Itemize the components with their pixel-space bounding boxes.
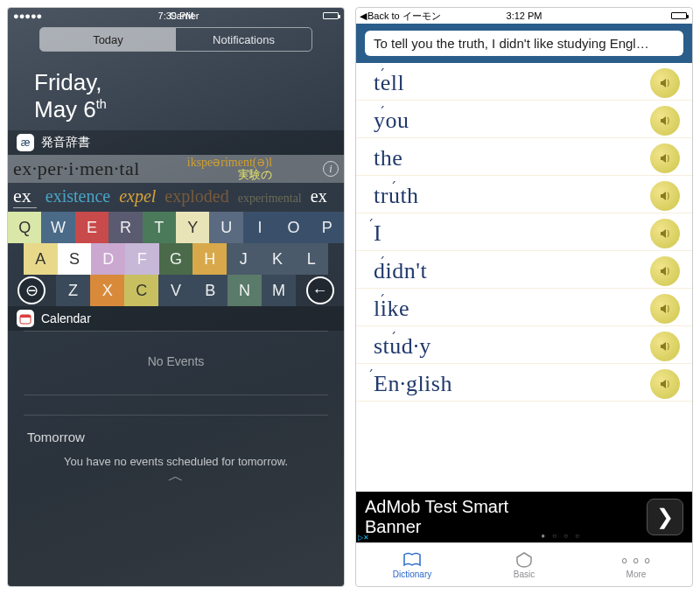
adchoices-icon[interactable]: ▷✕ bbox=[358, 534, 369, 542]
battery-indicator bbox=[323, 12, 339, 19]
calendar-widget-body: No Events Tomorrow You have no events sc… bbox=[8, 331, 344, 586]
key-T[interactable]: T bbox=[143, 212, 176, 243]
tab-basic[interactable]: Basic bbox=[468, 543, 580, 586]
tab-label: Basic bbox=[514, 570, 535, 579]
ad-next-icon[interactable]: ❯ bbox=[647, 499, 683, 535]
dict-widget-header[interactable]: æ 発音辞書 bbox=[8, 130, 344, 155]
word-row[interactable]: Í bbox=[356, 213, 692, 251]
key-V[interactable]: V bbox=[158, 275, 192, 306]
calendar-widget-header[interactable]: Calendar bbox=[8, 306, 344, 331]
dictionary-icon bbox=[401, 551, 424, 569]
suggestion[interactable]: experimental bbox=[238, 192, 302, 206]
key-A[interactable]: A bbox=[24, 243, 58, 275]
key-P[interactable]: P bbox=[311, 212, 344, 243]
word-text: yoú bbox=[374, 108, 410, 134]
key-F[interactable]: F bbox=[125, 243, 159, 275]
speaker-icon[interactable] bbox=[650, 106, 680, 136]
speaker-icon[interactable] bbox=[650, 256, 680, 286]
tab-notifications[interactable]: Notifications bbox=[176, 28, 312, 51]
status-bar: ◀Back to イーモン 3:12 PM bbox=[356, 8, 692, 24]
key-←[interactable]: ← bbox=[296, 275, 344, 306]
ad-banner[interactable]: AdMob Test Smart Banner ❯ ● ○ ○ ○ ▷✕ bbox=[356, 492, 692, 542]
tab-bar[interactable]: DictionaryBasic∘∘∘More bbox=[356, 542, 692, 586]
key-J[interactable]: J bbox=[227, 243, 261, 275]
tab-label: Dictionary bbox=[393, 570, 431, 579]
calendar-app-icon bbox=[17, 310, 34, 327]
speaker-icon[interactable] bbox=[650, 219, 680, 248]
word-text: Í bbox=[374, 220, 382, 247]
word-text: didn't́ bbox=[374, 258, 427, 284]
speaker-icon[interactable] bbox=[650, 68, 680, 98]
word-row[interactable]: the bbox=[356, 138, 692, 176]
key-S[interactable]: S bbox=[58, 243, 92, 275]
sentence-input[interactable]: To tell you the truth, I didn't like stu… bbox=[365, 31, 683, 56]
key-I[interactable]: I bbox=[243, 212, 276, 243]
suggestion-row: ex existenceexpelexplodedexperimentalex bbox=[8, 183, 344, 212]
key-Y[interactable]: Y bbox=[176, 212, 209, 243]
info-icon[interactable]: i bbox=[323, 161, 339, 177]
mini-keyboard[interactable]: QWERTYUIOP ASDFGHJKL ⊖ZXCVBNM← bbox=[8, 212, 344, 306]
key-M[interactable]: M bbox=[262, 275, 296, 306]
suggestion[interactable]: existence bbox=[46, 186, 110, 206]
typed-prefix: ex bbox=[13, 185, 37, 208]
suggestion[interactable]: expel bbox=[119, 186, 156, 206]
key-X[interactable]: X bbox=[90, 275, 124, 306]
status-time: 7:39 PM bbox=[8, 10, 344, 21]
speaker-icon[interactable] bbox=[650, 143, 680, 173]
key-Q[interactable]: Q bbox=[8, 212, 41, 243]
status-time: 3:12 PM bbox=[356, 10, 692, 21]
word-text: stud·ý bbox=[374, 333, 431, 360]
key-N[interactable]: N bbox=[228, 275, 262, 306]
word-list[interactable]: telĺyoúthetruth́Ídidn't́likéstud·ýE… bbox=[356, 63, 692, 492]
word-row[interactable]: stud·ý bbox=[356, 326, 692, 364]
speaker-icon[interactable] bbox=[650, 369, 680, 399]
word-row[interactable]: liké bbox=[356, 289, 692, 326]
word-text: telĺ bbox=[374, 70, 404, 96]
key-Z[interactable]: Z bbox=[56, 275, 90, 306]
word-text: the bbox=[374, 145, 402, 171]
word-row[interactable]: yoú bbox=[356, 101, 692, 138]
key-O[interactable]: O bbox=[276, 212, 310, 243]
tab-more[interactable]: ∘∘∘More bbox=[580, 543, 692, 586]
suggestion[interactable]: ex bbox=[311, 186, 327, 206]
grabber-icon[interactable]: ︿ bbox=[8, 473, 344, 483]
key-U[interactable]: U bbox=[209, 212, 242, 243]
speaker-icon[interactable] bbox=[650, 294, 680, 324]
word-row[interactable]: truth́ bbox=[356, 176, 692, 213]
key-E[interactable]: E bbox=[75, 212, 108, 243]
svg-rect-1 bbox=[20, 315, 31, 318]
search-bar: To tell you the truth, I didn't like stu… bbox=[356, 24, 692, 63]
suggestion[interactable]: exploded bbox=[164, 186, 228, 206]
word-text: En·glish́ bbox=[374, 371, 452, 397]
key-G[interactable]: G bbox=[159, 243, 193, 275]
dict-headword-row[interactable]: ex·per·i·men·tal ikspeəriment(ə)l 実験の i bbox=[8, 155, 344, 183]
key-C[interactable]: C bbox=[124, 275, 158, 306]
key-D[interactable]: D bbox=[91, 243, 125, 275]
date-weekday: Friday, bbox=[34, 69, 318, 96]
headword: ex·per·i·men·tal bbox=[13, 157, 140, 180]
word-row[interactable]: didn't́ bbox=[356, 251, 692, 289]
speaker-icon[interactable] bbox=[650, 332, 680, 361]
minus-icon[interactable]: ⊖ bbox=[18, 276, 46, 304]
dict-widget-title: 発音辞書 bbox=[41, 135, 90, 150]
word-text: liké bbox=[374, 296, 410, 322]
word-row[interactable]: telĺ bbox=[356, 63, 692, 101]
key-⊖[interactable]: ⊖ bbox=[8, 275, 56, 306]
tab-today[interactable]: Today bbox=[40, 28, 176, 51]
key-B[interactable]: B bbox=[193, 275, 228, 306]
key-L[interactable]: L bbox=[294, 243, 328, 275]
tomorrow-header: Tomorrow bbox=[8, 416, 344, 448]
key-W[interactable]: W bbox=[41, 212, 74, 243]
date-monthday: May 6th bbox=[34, 96, 318, 123]
today-notifications-segmented[interactable]: Today Notifications bbox=[39, 27, 312, 52]
status-bar: ●●●●● Carrier 7:39 PM bbox=[8, 8, 344, 24]
backspace-icon[interactable]: ← bbox=[306, 276, 334, 304]
key-K[interactable]: K bbox=[261, 243, 295, 275]
today-view-screen: ●●●●● Carrier 7:39 PM Today Notification… bbox=[7, 7, 345, 587]
battery-indicator bbox=[671, 12, 687, 19]
key-H[interactable]: H bbox=[192, 243, 227, 275]
tab-dictionary[interactable]: Dictionary bbox=[356, 543, 468, 586]
word-row[interactable]: En·glish́ bbox=[356, 364, 692, 402]
key-R[interactable]: R bbox=[108, 212, 142, 243]
speaker-icon[interactable] bbox=[650, 181, 680, 211]
